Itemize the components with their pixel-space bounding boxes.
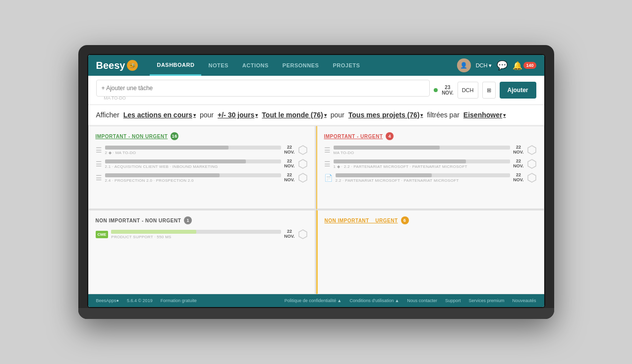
footer-privacy-link[interactable]: Politique de confidentialité ▲ [285, 298, 342, 303]
task-date-month: NOV. [284, 234, 294, 239]
quadrant-tr-title: IMPORTANT - URGENT 4 [324, 132, 537, 140]
chevron-down-icon: ▾ [503, 112, 506, 118]
task-check-icon: ☰ [96, 160, 102, 168]
chat-icon[interactable]: 💬 [497, 60, 508, 71]
filter-afficher: Afficher [96, 111, 119, 119]
priority-hexagon [298, 159, 308, 169]
task-bar-inner [105, 173, 220, 177]
footer-brand: BeesApps● [96, 298, 119, 303]
tout-filter[interactable]: Tout le monde (76) ▾ [262, 111, 326, 119]
footer-contact-link[interactable]: Nous contacter [407, 298, 437, 303]
task-bar [334, 159, 511, 163]
grid-view-button[interactable]: ⊞ [482, 82, 496, 99]
svg-marker-3 [528, 146, 536, 155]
task-bar [336, 173, 511, 177]
quadrant-important-urgent: IMPORTANT - URGENT 4 ☰ MA TO-DO [316, 126, 544, 210]
main-content: IMPORTANT - NON URGENT 16 ☰ 2 ◆ · MA TO-… [88, 126, 544, 294]
user-label: DCH [476, 62, 488, 68]
ajouter-button[interactable]: Ajouter [500, 82, 536, 99]
task-bar [105, 173, 282, 177]
task-date-month: NOV. [513, 150, 523, 155]
quadrant-non-important-urgent: NON IMPORTANT _ URGENT 6 [316, 210, 544, 294]
task-bar-inner [111, 230, 196, 234]
projets-filter[interactable]: Tous mes projets (76) ▾ [348, 111, 423, 119]
task-date: 22 NOV. [284, 229, 294, 239]
task-subtitle: 1 ◆ · 2.2 · PARTENARIAT MICROSOFT · PART… [334, 164, 511, 169]
quadrant-tr-badge: 4 [386, 132, 394, 140]
task-input[interactable] [102, 85, 425, 92]
doc-icon: 📄 [324, 174, 333, 182]
quadrant-br-title: NON IMPORTANT _ URGENT 6 [325, 216, 537, 224]
footer-brand-text: BeesApps● [96, 298, 119, 303]
task-date: 22 NOV. [513, 159, 523, 169]
status-dot [434, 88, 438, 92]
chevron-down-icon: ▾ [324, 112, 327, 118]
quadrant-bl-badge: 1 [184, 216, 192, 224]
footer-premium-link[interactable]: Services premium [468, 298, 504, 303]
task-subtitle: 2.1 · ACQUISITION CLIENT WEB · INBOUND M… [105, 164, 282, 169]
task-check-icon: ☰ [96, 146, 102, 154]
logo-icon: 🐝 [127, 60, 138, 71]
eisenhower-grid: IMPORTANT - NON URGENT 16 ☰ 2 ◆ · MA TO-… [88, 126, 544, 294]
laptop-screen: Beesy 🐝 DASHBOARD NOTES ACTIONS PERSONNE… [87, 54, 545, 308]
svg-marker-5 [528, 173, 536, 182]
toolbar-date: 23 NOV. [442, 85, 454, 96]
user-button[interactable]: DCH ▾ [476, 62, 492, 69]
table-row: ☰ 2 ◆ · MA TO-DO 22 NOV. [96, 145, 308, 155]
footer-formation-link[interactable]: Formation gratuite [161, 298, 197, 303]
bell-icon[interactable]: 🔔 [513, 61, 522, 70]
svg-marker-2 [299, 173, 307, 182]
logo-text: Beesy [96, 60, 125, 71]
tout-label: Tout le monde (76) [262, 111, 323, 119]
laptop-base [78, 308, 554, 319]
table-row: 📄 2.2 · PARTENARIAT MICROSOFT · PARTENAR… [324, 173, 537, 183]
svg-marker-4 [528, 159, 536, 168]
avatar: 👤 [457, 58, 471, 72]
task-bar-wrapper: 2 ◆ · MA TO-DO [105, 146, 282, 155]
filter-pour2: pour [331, 111, 345, 119]
quadrant-non-important-non-urgent: NON IMPORTANT - NON URGENT 1 CME PRODUCT… [88, 210, 316, 294]
footer-nouveautes-text: Nouveautés [512, 298, 536, 303]
footer-support-link[interactable]: Support [445, 298, 461, 303]
task-input-area[interactable] [96, 80, 430, 97]
quadrant-tr-title-text: IMPORTANT - URGENT [324, 134, 383, 139]
nav-notes[interactable]: NOTES [201, 55, 235, 76]
laptop-shell: Beesy 🐝 DASHBOARD NOTES ACTIONS PERSONNE… [78, 45, 554, 319]
period-label: +/- 30 jours [218, 111, 254, 119]
chevron-down-icon: ▾ [420, 112, 423, 118]
footer-conditions-text: Conditions d'utilisation [349, 298, 394, 303]
footer: BeesApps● 5.6.4 © 2019 Formation gratuit… [88, 294, 544, 307]
footer-conditions-link[interactable]: Conditions d'utilisation ▲ [349, 298, 399, 303]
chevron-down-icon: ▾ [489, 62, 492, 69]
task-date: 22 NOV. [284, 173, 294, 183]
logo-area: Beesy 🐝 [96, 60, 138, 71]
task-bar [105, 159, 282, 163]
nav-actions[interactable]: ACTIONS [235, 55, 276, 76]
table-row: ☰ 2.4 · PROSPECTION 2.0 · PROSPECTION 2.… [96, 173, 308, 183]
projets-label: Tous mes projets (76) [348, 111, 420, 119]
svg-marker-0 [299, 146, 307, 155]
quadrant-br-title-text: NON IMPORTANT _ URGENT [325, 218, 398, 223]
toolbar-user-label: DCH [462, 87, 474, 93]
task-bar [111, 230, 281, 234]
nav-projets[interactable]: PROJETS [326, 55, 367, 76]
task-date-month: NOV. [513, 178, 523, 183]
date-month: NOV. [442, 90, 454, 96]
actions-filter[interactable]: Les actions en cours ▾ [123, 111, 196, 119]
nav-personnes[interactable]: PERSONNES [276, 55, 326, 76]
svg-marker-1 [299, 159, 307, 168]
period-filter[interactable]: +/- 30 jours ▾ [218, 111, 258, 119]
nav-dashboard[interactable]: DASHBOARD [150, 55, 201, 76]
chevron-down-icon: ▾ [255, 112, 258, 118]
navbar: Beesy 🐝 DASHBOARD NOTES ACTIONS PERSONNE… [88, 55, 544, 76]
task-bar-wrapper: 2.1 · ACQUISITION CLIENT WEB · INBOUND M… [105, 159, 282, 169]
task-bar-inner [334, 159, 466, 163]
cme-tag: CME [96, 231, 109, 238]
footer-nouveautes-link[interactable]: Nouveautés [512, 298, 536, 303]
user-selector-button[interactable]: DCH [458, 82, 478, 99]
eisenhower-filter[interactable]: Eisenhower ▾ [463, 111, 506, 119]
quadrant-bl-title: NON IMPORTANT - NON URGENT 1 [96, 216, 308, 224]
filter-bar: Afficher Les actions en cours ▾ pour +/-… [88, 105, 544, 126]
task-bar [105, 146, 282, 150]
footer-formation: Formation gratuite [161, 298, 197, 303]
